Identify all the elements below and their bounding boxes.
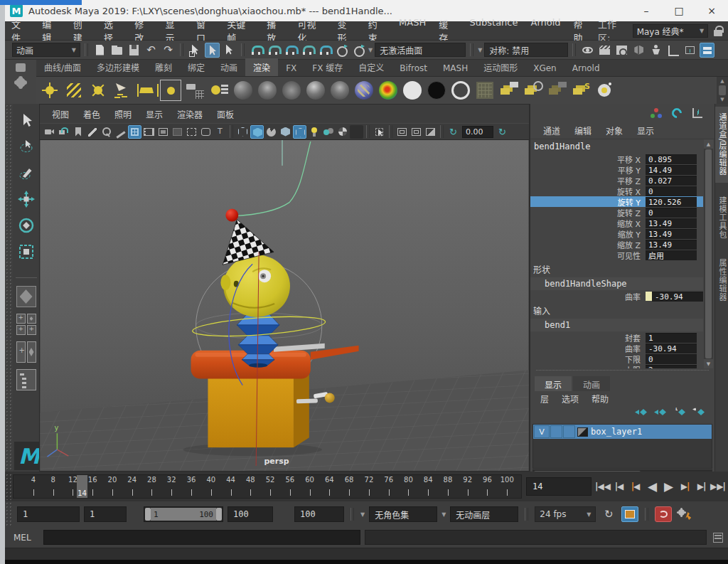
timeline-tick[interactable]: 100 <box>497 475 517 498</box>
scale-tool-icon[interactable] <box>16 241 37 262</box>
node-editor-icon[interactable] <box>682 43 697 58</box>
new-empty-layer-icon[interactable] <box>673 408 685 417</box>
textured-cube-icon[interactable] <box>279 125 292 139</box>
point-light-icon[interactable] <box>39 80 60 101</box>
lasso-tool-icon[interactable] <box>16 136 37 157</box>
script-editor-icon[interactable] <box>711 531 725 545</box>
wireframe-mode-icon[interactable] <box>236 125 250 139</box>
shelf-tab[interactable]: XGen <box>525 60 564 76</box>
render-layer-icon[interactable] <box>498 80 520 101</box>
character-set-field[interactable]: 无角色集 <box>369 506 437 522</box>
texture-icon[interactable] <box>474 80 496 101</box>
lock-icon[interactable] <box>714 26 722 36</box>
shading-map-icon[interactable] <box>450 80 471 101</box>
greasepencil-icon[interactable] <box>114 125 127 139</box>
snap-to-curve-icon[interactable] <box>266 43 281 58</box>
spot-light-icon[interactable] <box>112 80 133 101</box>
panel-grip[interactable] <box>5 104 13 472</box>
scroll-thumb[interactable] <box>719 85 726 95</box>
ambient-light-icon[interactable] <box>87 80 109 101</box>
channel-row[interactable]: 缩放 X 13.49 <box>530 218 703 228</box>
channel-row[interactable]: 平移 X 0.895 <box>530 154 703 164</box>
timeline-tick[interactable]: 40 <box>201 475 221 498</box>
new-scene-icon[interactable] <box>92 43 107 58</box>
select-by-component-icon[interactable] <box>222 43 237 58</box>
hypershade-icon[interactable] <box>648 43 663 58</box>
gate-mask-icon[interactable] <box>171 125 184 139</box>
shelf-tab[interactable]: 渲染 <box>245 58 278 76</box>
panel-menu-item[interactable]: 面板 <box>210 108 240 120</box>
shaded-mode-icon[interactable] <box>250 125 264 139</box>
command-input[interactable] <box>43 530 360 545</box>
make-live-icon[interactable] <box>334 43 349 58</box>
panel-menu-item[interactable]: 渲染器 <box>171 108 209 120</box>
scroll-down-icon[interactable]: ▼ <box>704 359 713 368</box>
playback-start-field[interactable]: 1 <box>84 506 127 522</box>
shelf-tab[interactable]: 绑定 <box>180 58 213 76</box>
four-pane-layout-button[interactable] <box>16 314 36 335</box>
timeline-tick[interactable]: 96 <box>478 475 498 498</box>
gear-icon[interactable] <box>16 78 26 87</box>
panel-grip[interactable] <box>5 501 13 527</box>
surface-shader-icon[interactable] <box>402 80 423 101</box>
sidebar-tab[interactable]: 建模工具包 <box>715 190 728 245</box>
layer-display-type-toggle[interactable] <box>563 425 575 438</box>
chevron-down-icon[interactable]: ▼ <box>360 511 365 518</box>
timeline-tick[interactable]: 56 <box>280 475 300 498</box>
current-frame-marker[interactable]: 14 <box>77 475 87 498</box>
range-end-handle[interactable] <box>216 508 222 521</box>
timeline-tick[interactable]: 28 <box>142 475 162 498</box>
save-scene-icon[interactable] <box>127 43 141 58</box>
use-all-lights-icon[interactable] <box>293 125 306 139</box>
render-layer-disable-icon[interactable] <box>523 80 544 101</box>
panel-menu-item[interactable]: 视图 <box>46 108 75 120</box>
redo-icon[interactable]: ↷ <box>161 43 176 58</box>
paint-assign-icon[interactable] <box>595 80 616 101</box>
scroll-up-icon[interactable]: ▲ <box>720 78 724 84</box>
timeline-tick[interactable]: 20 <box>102 475 122 498</box>
lambert-material-icon[interactable] <box>257 80 278 101</box>
chevron-down-icon[interactable]: ▼ <box>441 511 446 518</box>
render-setup-icon[interactable] <box>700 43 714 58</box>
shelf-tab[interactable]: 运动图形 <box>476 58 525 76</box>
shelf-tab[interactable]: 雕刻 <box>147 58 180 76</box>
section-divider[interactable] <box>241 43 245 56</box>
outliner-persp-layout-button[interactable] <box>16 369 36 390</box>
directional-light-icon[interactable] <box>63 80 85 101</box>
channel-row[interactable]: 曲率 -30.94 <box>530 343 703 353</box>
move-layer-down-icon[interactable] <box>654 408 666 417</box>
chevron-down-icon[interactable]: ▼ <box>368 47 373 53</box>
shelf-tab[interactable]: Arnold <box>564 60 608 76</box>
resolution-gate-icon[interactable] <box>156 125 170 139</box>
channel-speed-icon[interactable] <box>670 106 684 120</box>
timeline-tick[interactable]: 52 <box>260 475 280 498</box>
select-by-object-icon[interactable] <box>205 43 220 58</box>
move-tool-icon[interactable] <box>16 188 37 210</box>
film-gate-icon[interactable] <box>142 125 156 139</box>
channel-row[interactable]: 旋转 X 0 <box>530 186 703 196</box>
safe-action-icon[interactable] <box>199 125 213 139</box>
ipr-render-icon[interactable] <box>614 43 629 58</box>
input-node-name[interactable]: bend1 <box>530 319 703 331</box>
lighting-icon[interactable] <box>307 125 321 139</box>
light-linking-icon[interactable] <box>208 80 230 101</box>
phongE-material-icon[interactable] <box>329 80 350 101</box>
channel-row[interactable]: 缩放 Y 13.49 <box>530 228 703 239</box>
playback-range-slider[interactable]: 1 100 <box>144 506 223 522</box>
timeline-tick[interactable]: 64 <box>319 475 339 498</box>
blinn-material-icon[interactable] <box>305 80 326 101</box>
animation-preferences-icon[interactable] <box>676 506 693 522</box>
safe-title-icon[interactable] <box>213 125 227 139</box>
section-divider[interactable] <box>572 43 576 56</box>
next-key-button[interactable]: ▶| <box>678 478 692 495</box>
channel-box-menu-item[interactable]: 显示 <box>631 124 660 137</box>
timeline-tick[interactable]: 36 <box>181 475 201 498</box>
grid-toggle-icon[interactable] <box>128 125 141 139</box>
shelf-tab[interactable]: 曲线/曲面 <box>36 58 89 76</box>
channel-box-menu-item[interactable]: 对象 <box>600 124 628 137</box>
timeline-tick[interactable]: 24 <box>122 475 142 498</box>
timeline-tick[interactable]: 44 <box>221 475 241 498</box>
phong-material-icon[interactable] <box>281 80 302 101</box>
shelf-tab[interactable]: MASH <box>435 60 476 76</box>
move-layer-up-icon[interactable] <box>635 408 647 417</box>
